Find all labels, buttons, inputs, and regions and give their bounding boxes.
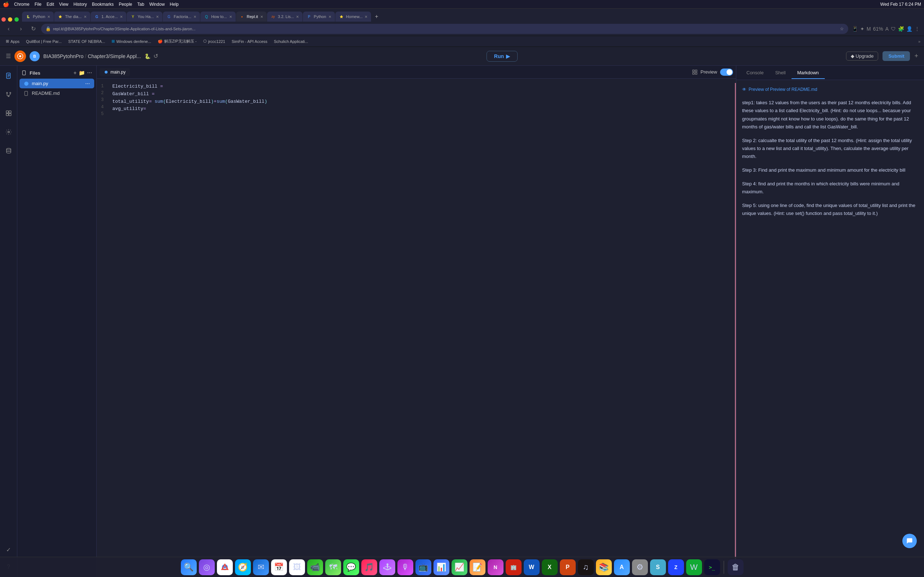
- tab-close-zylis[interactable]: ✕: [296, 15, 299, 19]
- minimize-window-btn[interactable]: [8, 17, 12, 22]
- tab-close-homew[interactable]: ✕: [365, 15, 367, 19]
- menu-people[interactable]: People: [119, 2, 132, 7]
- reload-button[interactable]: ↻: [29, 25, 37, 32]
- file-name-readme: README.md: [32, 90, 60, 96]
- menu-bookmarks[interactable]: Bookmarks: [92, 2, 114, 7]
- tab-close-replit[interactable]: ✕: [260, 15, 263, 19]
- sidebar-item-git[interactable]: [3, 89, 15, 100]
- sidebar-item-packages[interactable]: [3, 108, 15, 119]
- file-item-mainpy[interactable]: main.py ⋯: [19, 79, 94, 89]
- bookmark-quillbot[interactable]: QuillBot | Free Par...: [24, 39, 64, 44]
- tab-close-howto[interactable]: ✕: [229, 15, 232, 19]
- tab-dia[interactable]: ⭐ The dia... ✕: [54, 11, 90, 22]
- sidebar-item-database[interactable]: [3, 145, 15, 156]
- windows-icon: ⊞: [111, 39, 115, 44]
- tab-homew[interactable]: ⭐ Homew... ✕: [335, 11, 372, 22]
- hamburger-menu-button[interactable]: ☰: [6, 53, 11, 60]
- files-header-icon: [22, 70, 27, 76]
- bookmark-zip[interactable]: 🍎 解压ZIP无法解压 -: [155, 38, 199, 45]
- file-options-icon[interactable]: ⋯: [85, 81, 90, 86]
- new-folder-button[interactable]: 📁: [79, 70, 85, 76]
- bookmark-apps-label: Apps: [10, 39, 19, 44]
- new-file-button[interactable]: +: [74, 70, 76, 76]
- bookmark-github[interactable]: ⎔ jrccc1221: [201, 38, 228, 44]
- tab-acce[interactable]: G 1. Acce... ✕: [90, 11, 126, 22]
- code-content[interactable]: 1 2 3 4 5 Electricity_bill = GasWater_bi…: [97, 79, 462, 288]
- menu-history[interactable]: History: [74, 2, 87, 7]
- packages-icon: [5, 110, 12, 116]
- user-avatar[interactable]: B: [30, 51, 40, 61]
- breadcrumb: BIA385PytohnPro / Chapter3/Simple Appl..…: [43, 53, 158, 60]
- tab-close-python1[interactable]: ✕: [47, 15, 50, 19]
- tab-python1[interactable]: 🐍 Python ✕: [22, 11, 54, 22]
- forward-button[interactable]: ›: [16, 26, 25, 32]
- tab-label-factoria: Factoria...: [174, 15, 191, 19]
- close-window-btn[interactable]: [2, 17, 6, 22]
- tab-youha[interactable]: Y You Ha... ✕: [127, 11, 162, 22]
- code-line-4: avg_utility=: [112, 105, 462, 113]
- replit-logo[interactable]: [15, 50, 26, 62]
- bookmark-schulich[interactable]: Schulich Applicati...: [272, 39, 310, 44]
- tab-factoria[interactable]: G Factoria... ✕: [163, 11, 200, 22]
- bookmark-apps-icon: ⊞: [6, 39, 9, 44]
- replit-header: ☰ B BIA385PytohnPro / Chapter3/Simple Ap…: [0, 47, 462, 66]
- files-icon: [5, 73, 12, 79]
- bookmark-nebraska[interactable]: STATE OF NEBRA...: [66, 39, 107, 44]
- apple-icon[interactable]: 🍎: [3, 2, 9, 7]
- svg-rect-9: [6, 111, 8, 113]
- svg-rect-11: [6, 114, 8, 116]
- editor-tab-mainpy[interactable]: main.py: [100, 68, 130, 76]
- svg-point-6: [6, 92, 8, 93]
- breadcrumb-separator: /: [85, 53, 86, 59]
- sidebar-item-files[interactable]: [3, 70, 15, 82]
- tab-zylis[interactable]: zy 3.2. Lis... ✕: [267, 11, 303, 22]
- sidebar-header: Files + 📁 ⋯: [17, 66, 96, 79]
- back-button[interactable]: ‹: [4, 26, 13, 32]
- tab-label-dia: The dia...: [65, 15, 82, 19]
- bookmark-github-label: jrccc1221: [208, 39, 225, 44]
- tab-close-dia[interactable]: ✕: [84, 15, 87, 19]
- bookmark-windows[interactable]: ⊞ Windows denfene...: [109, 38, 153, 44]
- icon-bar: ✓ ?: [0, 66, 17, 288]
- svg-rect-17: [24, 91, 27, 95]
- bookmarks-bar: ⊞ Apps QuillBot | Free Par... STATE OF N…: [0, 36, 462, 47]
- tab-close-python2[interactable]: ✕: [328, 15, 331, 19]
- svg-point-7: [10, 92, 11, 93]
- svg-point-1: [19, 55, 21, 57]
- sidebar-item-settings[interactable]: [3, 126, 15, 138]
- tab-close-acce[interactable]: ✕: [120, 15, 123, 19]
- menu-file[interactable]: File: [35, 2, 42, 7]
- menu-tab[interactable]: Tab: [137, 2, 144, 7]
- breadcrumb-username[interactable]: BIA385PytohnPro: [43, 53, 83, 59]
- tab-python2[interactable]: P Python ✕: [303, 11, 334, 22]
- tab-close-factoria[interactable]: ✕: [194, 15, 196, 19]
- tab-label-howto: How to...: [211, 15, 227, 19]
- url-bar[interactable]: 🔒 repl.it/@BIA385PytohnPro/Chapter3Simpl…: [41, 24, 462, 34]
- new-tab-button[interactable]: +: [372, 11, 381, 22]
- url-text: repl.it/@BIA385PytohnPro/Chapter3Simple-…: [53, 27, 462, 31]
- code-lines[interactable]: Electricity_bill = GasWater_bill = total…: [108, 83, 462, 288]
- bookmark-apps[interactable]: ⊞ Apps: [3, 38, 22, 44]
- tab-howto[interactable]: Q How to... ✕: [200, 11, 235, 22]
- breadcrumb-project[interactable]: Chapter3/Simple Appl...: [88, 53, 141, 59]
- menu-edit[interactable]: Edit: [47, 2, 54, 7]
- menu-view[interactable]: View: [59, 2, 69, 7]
- sidebar-more-button[interactable]: ⋯: [87, 70, 92, 76]
- history-icon[interactable]: ↺: [153, 53, 158, 60]
- mac-menubar: 🍎 Chrome File Edit View History Bookmark…: [0, 0, 462, 9]
- tab-replit[interactable]: ● Repl.it ✕: [236, 11, 267, 22]
- git-icon: [5, 91, 12, 98]
- tab-label-python1: Python: [33, 15, 45, 19]
- bookmark-windows-label: Windows denfene...: [116, 39, 151, 44]
- line-numbers: 1 2 3 4 5: [97, 83, 108, 288]
- menu-window[interactable]: Window: [149, 2, 165, 7]
- readme-file-icon: [24, 91, 29, 96]
- maximize-window-btn[interactable]: [15, 17, 19, 22]
- bookmark-simfin[interactable]: SimFin - API Access: [229, 39, 270, 44]
- menu-help[interactable]: Help: [170, 2, 179, 7]
- bookmark-schulich-label: Schulich Applicati...: [274, 39, 308, 44]
- file-item-readme[interactable]: README.md: [19, 89, 94, 98]
- sidebar-header-icons: + 📁 ⋯: [74, 70, 92, 76]
- tab-close-youha[interactable]: ✕: [156, 15, 159, 19]
- menu-chrome[interactable]: Chrome: [14, 2, 30, 7]
